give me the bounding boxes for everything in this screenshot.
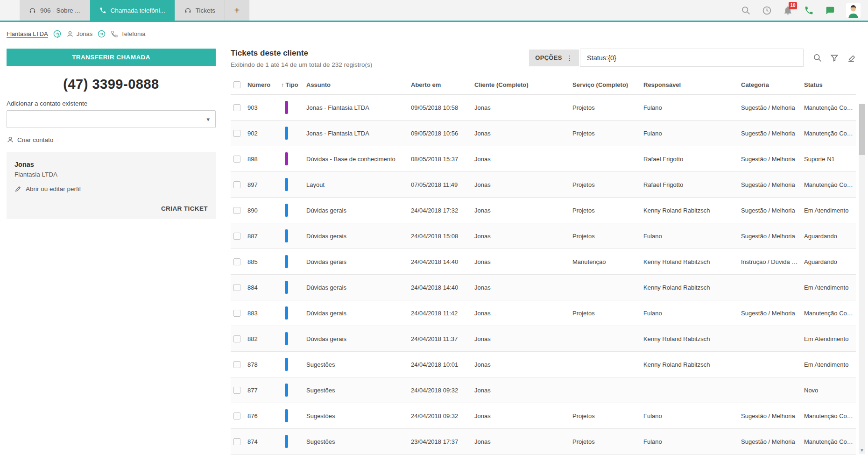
table-row[interactable]: 883 Dúvidas gerais 24/04/2018 11:42 Jona… (231, 300, 856, 326)
scrollbar-thumb[interactable] (859, 104, 865, 155)
notifications-bell[interactable]: 10 (783, 6, 793, 15)
col-tipo[interactable]: ↑Tipo (278, 78, 303, 95)
col-servico[interactable]: Serviço (Completo) (570, 78, 641, 95)
contact-card: Jonas Flantasia LTDA Abrir ou editar per… (7, 152, 216, 219)
tab-strip: 906 - Sobre ... Chamada telefôni... Tick… (20, 0, 249, 21)
col-responsavel[interactable]: Responsável (641, 78, 738, 95)
new-tab-button[interactable]: + (225, 0, 249, 21)
tab-ticket-906[interactable]: 906 - Sobre ... (20, 0, 90, 21)
search-icon[interactable] (813, 53, 822, 63)
row-checkbox[interactable] (233, 207, 240, 214)
breadcrumb-company-link[interactable]: Flantasia LTDA (7, 30, 48, 38)
ticket-subject: Dúvidas gerais (303, 275, 408, 300)
breadcrumb-contact-label: Jonas (77, 30, 93, 37)
row-checkbox[interactable] (233, 130, 240, 137)
row-checkbox[interactable] (233, 387, 240, 394)
ticket-subject: Jonas - Flantasia LTDA (303, 95, 408, 121)
create-ticket-button[interactable]: CRIAR TICKET (14, 205, 208, 212)
chat-icon[interactable] (825, 6, 835, 15)
ticket-number: 902 (245, 121, 278, 146)
table-row[interactable]: 884 Dúvidas gerais 24/04/2018 14:40 Jona… (231, 275, 856, 300)
clear-filter-eraser-icon[interactable] (847, 53, 856, 63)
ticket-assignee: Kenny Roland Rabitzsch (641, 275, 738, 300)
ticket-opened-at: 09/05/2018 10:58 (408, 95, 472, 121)
arrow-circle-icon (53, 30, 61, 38)
phone-icon (111, 30, 118, 38)
ticket-number: 878 (245, 352, 278, 377)
table-row[interactable]: 902 Jonas - Flantasia LTDA 09/05/2018 10… (231, 121, 856, 146)
ticket-filter-input[interactable] (580, 49, 804, 67)
row-checkbox[interactable] (233, 335, 240, 342)
col-cliente[interactable]: Cliente (Completo) (472, 78, 570, 95)
ticket-type-indicator (285, 306, 288, 320)
existing-contact-select[interactable]: ▾ (7, 110, 216, 128)
ticket-client: Jonas (472, 326, 570, 352)
ticket-status: Aguardando (801, 223, 856, 249)
titles: Tickets deste cliente Exibindo de 1 até … (231, 49, 372, 68)
ticket-status: Em Atendimento (801, 326, 856, 352)
col-assunto[interactable]: Assunto (303, 78, 408, 95)
col-numero[interactable]: Número (245, 78, 278, 95)
create-contact-link[interactable]: Criar contato (7, 136, 53, 143)
topbar-actions: 10 (741, 0, 868, 21)
ticket-service: Projetos (570, 121, 641, 146)
table-header-row: Número ↑Tipo Assunto Aberto em Cliente (… (231, 78, 856, 95)
transfer-call-button[interactable]: TRANSFERIR CHAMADA (7, 49, 216, 66)
headset-icon (184, 7, 191, 14)
history-clock-icon[interactable] (762, 6, 772, 15)
table-row[interactable]: 874 Sugestões 23/04/2018 17:37 Jonas Pro… (231, 429, 856, 455)
col-categoria[interactable]: Categoria (738, 78, 801, 95)
row-checkbox[interactable] (233, 361, 240, 368)
table-row[interactable]: 887 Dúvidas gerais 24/04/2018 15:08 Jona… (231, 223, 856, 249)
create-contact-label: Criar contato (17, 136, 53, 143)
ticket-assignee: Kenny Roland Rabitzsch (641, 249, 738, 275)
ticket-client: Jonas (472, 352, 570, 377)
row-checkbox[interactable] (233, 284, 240, 291)
table-row[interactable]: 903 Jonas - Flantasia LTDA 09/05/2018 10… (231, 95, 856, 121)
row-checkbox[interactable] (233, 104, 240, 111)
record-count-text: Exibindo de 1 até 14 de um total de 232 … (231, 61, 372, 68)
table-row[interactable]: 882 Dúvidas gerais 24/04/2018 11:37 Jona… (231, 326, 856, 352)
table-row[interactable]: 878 Sugestões 24/04/2018 10:01 Jonas Ken… (231, 352, 856, 377)
ticket-status: Manutenção Corretiva (801, 95, 856, 121)
row-checkbox[interactable] (233, 310, 240, 317)
row-checkbox[interactable] (233, 156, 240, 163)
filter-funnel-icon[interactable] (830, 53, 839, 63)
tab-phone-call[interactable]: Chamada telefôni... (90, 0, 175, 21)
table-row[interactable]: 897 Layout 07/05/2018 11:49 Jonas Projet… (231, 172, 856, 198)
ticket-service: Projetos (570, 429, 641, 455)
tab-tickets[interactable]: Tickets (175, 0, 225, 21)
table-row[interactable]: 898 Dúvidas - Base de conhecimento 08/05… (231, 146, 856, 172)
breadcrumb-contact[interactable]: Jonas (66, 30, 93, 38)
edit-profile-link[interactable]: Abrir ou editar perfil (14, 185, 81, 192)
user-avatar[interactable] (846, 3, 861, 18)
table-scrollbar[interactable]: ▼ (859, 104, 865, 454)
table-row[interactable]: 876 Sugestões 24/04/2018 09:32 Jonas Pro… (231, 403, 856, 429)
content: TRANSFERIR CHAMADA (47) 3399-0888 Adicio… (0, 49, 868, 455)
scrollbar-down-arrow[interactable]: ▼ (859, 447, 865, 454)
search-icon[interactable] (741, 6, 751, 15)
row-checkbox[interactable] (233, 181, 240, 188)
col-status[interactable]: Status (801, 78, 856, 95)
page-title: Tickets deste cliente (231, 49, 372, 58)
tab-label: Tickets (196, 7, 215, 14)
pencil-icon (14, 185, 22, 192)
table-row[interactable]: 885 Dúvidas gerais 24/04/2018 14:40 Jona… (231, 249, 856, 275)
breadcrumb-section[interactable]: Telefonia (111, 30, 145, 38)
ticket-category (738, 326, 801, 352)
table-row[interactable]: 877 Sugestões 24/04/2018 09:32 Jonas Nov… (231, 377, 856, 403)
ticket-service: Projetos (570, 300, 641, 326)
col-aberto-em[interactable]: Aberto em (408, 78, 472, 95)
row-checkbox[interactable] (233, 438, 240, 445)
ticket-category: Sugestão / Melhoria (738, 403, 801, 429)
phone-icon[interactable] (804, 6, 814, 15)
table-row[interactable]: 890 Dúvidas gerais 24/04/2018 17:32 Jona… (231, 198, 856, 223)
row-checkbox[interactable] (233, 412, 240, 419)
ticket-service: Projetos (570, 403, 641, 429)
row-checkbox[interactable] (233, 258, 240, 265)
ticket-client: Jonas (472, 377, 570, 403)
tickets-table: Número ↑Tipo Assunto Aberto em Cliente (… (231, 78, 856, 455)
select-all-checkbox[interactable] (233, 81, 240, 88)
options-button[interactable]: OPÇÕES ⋮ (529, 50, 579, 66)
row-checkbox[interactable] (233, 233, 240, 240)
